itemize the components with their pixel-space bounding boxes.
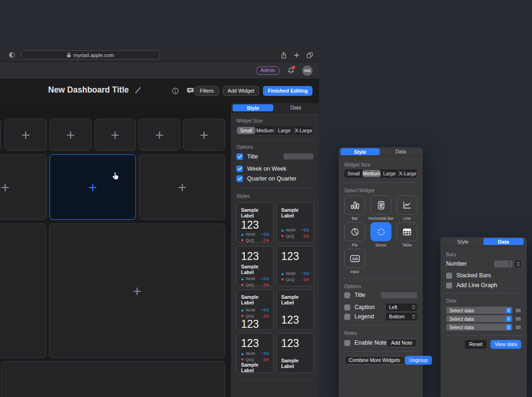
- tab-data[interactable]: Data: [483, 238, 524, 245]
- caption-checkbox[interactable]: [344, 304, 350, 310]
- sample-label: Sample Label: [241, 207, 269, 218]
- tab-data[interactable]: Data: [381, 149, 421, 154]
- qoq-delta: QoQ-1%: [241, 357, 269, 362]
- segment-large[interactable]: Large: [381, 170, 398, 177]
- widget-type-donut[interactable]: [370, 222, 391, 241]
- number-stepper[interactable]: [515, 260, 521, 267]
- popover-footer: Combine More Widgets Ungroup: [344, 355, 417, 365]
- finished-editing-button[interactable]: Finished Editing: [263, 86, 312, 96]
- tab-style[interactable]: Style: [233, 104, 273, 111]
- enable-note-checkbox[interactable]: [344, 340, 350, 346]
- widget-slot[interactable]: [0, 119, 1, 151]
- drag-handle-icon[interactable]: [516, 317, 521, 321]
- widget-slot[interactable]: [0, 224, 46, 358]
- select-data-dropdown[interactable]: Select data: [446, 307, 512, 314]
- week-on-week-checkbox[interactable]: [236, 166, 243, 172]
- reset-button[interactable]: Reset: [465, 340, 487, 349]
- style-variant-card[interactable]: 123 Sample Label WoW+1% QoQ-1%: [236, 246, 274, 286]
- segment-small[interactable]: Small: [345, 170, 362, 177]
- select-data-dropdown[interactable]: Select data: [446, 324, 512, 331]
- widget-slot[interactable]: +: [94, 119, 136, 151]
- widget-slot[interactable]: [1, 361, 225, 397]
- title-text-input[interactable]: [284, 153, 313, 159]
- add-note-button[interactable]: Add Note: [386, 339, 417, 347]
- style-variant-card[interactable]: 123 Sample Label: [277, 333, 314, 373]
- ungroup-button[interactable]: Ungroup: [405, 356, 432, 365]
- widget-type-table[interactable]: [397, 222, 418, 241]
- style-variant-card[interactable]: Sample Label 123: [277, 289, 314, 330]
- divider: [446, 293, 521, 293]
- avatar[interactable]: AG: [302, 65, 312, 76]
- widget-slot[interactable]: +: [183, 119, 225, 151]
- title-text-input[interactable]: [381, 292, 417, 298]
- tab-style[interactable]: Style: [443, 239, 482, 245]
- add-widget-button[interactable]: Add Widget: [223, 86, 260, 96]
- add-line-graph-checkbox[interactable]: [446, 282, 452, 289]
- up-triangle-icon: [241, 309, 244, 311]
- down-triangle-icon: [281, 279, 284, 281]
- privacy-shield-icon[interactable]: [9, 52, 15, 58]
- segment-small[interactable]: Small: [237, 127, 255, 134]
- legend-checkbox[interactable]: [344, 314, 350, 320]
- option-row-caption: Caption Left: [344, 303, 417, 311]
- filters-button[interactable]: Filters: [195, 86, 219, 96]
- lock-icon: [67, 52, 71, 58]
- view-data-button[interactable]: View data: [490, 340, 521, 349]
- share-icon[interactable]: [281, 52, 287, 59]
- select-widget-label: Select Widget: [344, 188, 375, 193]
- wow-delta: WoW+1%: [241, 351, 269, 356]
- widget-size-segmented: Small Medium Large X-Large: [236, 126, 313, 135]
- sample-value: 123: [241, 338, 269, 349]
- address-bar[interactable]: myriad.apple.com: [21, 51, 160, 59]
- tab-style[interactable]: Style: [340, 148, 380, 155]
- widget-type-bar[interactable]: [344, 195, 365, 215]
- segment-large[interactable]: Large: [275, 127, 294, 134]
- drag-handle-icon[interactable]: [516, 309, 521, 312]
- url-text: myriad.apple.com: [73, 52, 114, 58]
- style-variant-card[interactable]: 123 WoW+1% QoQ-1%: [277, 246, 314, 286]
- widget-slot[interactable]: +: [50, 119, 92, 151]
- number-input[interactable]: 3: [494, 260, 513, 267]
- title-checkbox[interactable]: [236, 153, 243, 160]
- legend-position-value: Bottom: [389, 314, 404, 319]
- widget-type-input[interactable]: 123: [344, 249, 365, 268]
- comments-icon[interactable]: [187, 87, 194, 94]
- combine-more-widgets-button[interactable]: Combine More Widgets: [344, 356, 405, 365]
- widget-type-horizontal-bar[interactable]: [370, 195, 391, 215]
- stacked-bars-checkbox[interactable]: [446, 273, 452, 279]
- notifications-bell-icon[interactable]: [287, 67, 295, 74]
- widget-slot[interactable]: +: [5, 119, 47, 151]
- segment-x-large[interactable]: X-Large: [398, 170, 417, 177]
- select-data-value: Select data: [449, 316, 474, 322]
- sample-label: Sample Label: [241, 362, 269, 373]
- edit-title-pencil-icon[interactable]: [135, 87, 142, 94]
- widget-slot[interactable]: +: [49, 224, 225, 358]
- drag-handle-icon[interactable]: [516, 325, 521, 329]
- stacked-bars-label: Stacked Bars: [456, 272, 491, 279]
- segment-medium[interactable]: Medium: [255, 127, 274, 134]
- segment-x-large[interactable]: X-Large: [294, 127, 313, 134]
- widget-slot[interactable]: +: [139, 154, 225, 220]
- widget-type-line[interactable]: [397, 195, 418, 215]
- style-variant-card[interactable]: Sample Label 123 WoW+1% QoQ-1%: [236, 202, 274, 243]
- admin-badge[interactable]: Admin: [256, 66, 280, 75]
- title-checkbox[interactable]: [344, 292, 350, 298]
- widget-slot[interactable]: +: [139, 119, 180, 151]
- quarter-on-quarter-checkbox[interactable]: [236, 175, 243, 182]
- info-icon[interactable]: [172, 87, 179, 94]
- widget-slot[interactable]: +: [0, 154, 47, 220]
- select-data-dropdown[interactable]: Select data: [446, 315, 512, 322]
- style-variant-card[interactable]: 123 WoW+1% QoQ-1% Sample Label: [236, 333, 274, 373]
- tab-data[interactable]: Data: [275, 105, 316, 110]
- widget-style-popover: Style Data Widget Size Small Medium Larg…: [339, 147, 423, 397]
- widget-type-pie[interactable]: [344, 222, 365, 241]
- legend-position-select[interactable]: Bottom: [386, 313, 417, 320]
- widget-slot-selected[interactable]: +: [50, 154, 136, 220]
- tab-overview-icon[interactable]: [306, 52, 313, 58]
- style-variant-card[interactable]: Sample Label WoW+1% QoQ-1%: [277, 202, 314, 243]
- new-tab-icon[interactable]: [294, 52, 299, 58]
- segment-medium[interactable]: Medium: [362, 170, 380, 177]
- caption-position-select[interactable]: Left: [386, 303, 417, 311]
- browser-chrome: myriad.apple.com: [0, 48, 319, 62]
- style-variant-card[interactable]: Sample Label WoW+1% QoQ-1% 123: [236, 289, 274, 330]
